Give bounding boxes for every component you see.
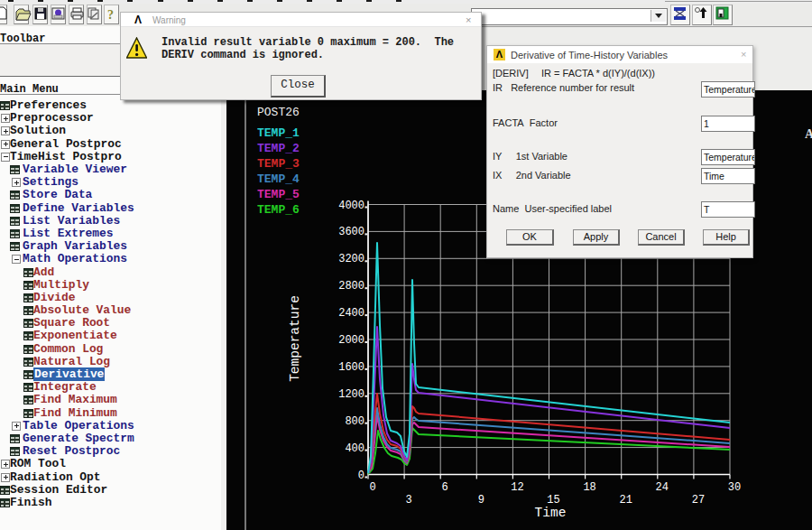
svg-text:800: 800 — [345, 415, 364, 428]
svg-text:TEMP_1: TEMP_1 — [257, 126, 300, 140]
svg-text:1200: 1200 — [338, 388, 364, 401]
svg-text:3200: 3200 — [338, 253, 364, 265]
svg-text:3: 3 — [405, 494, 411, 507]
svg-text:3600: 3600 — [338, 226, 364, 238]
svg-text:1600: 1600 — [338, 361, 364, 374]
svg-text:TEMP_2: TEMP_2 — [257, 142, 300, 155]
svg-text:9: 9 — [478, 494, 484, 507]
svg-text:21: 21 — [619, 494, 632, 507]
svg-text:POST26: POST26 — [257, 106, 300, 119]
svg-text:TEMP_4: TEMP_4 — [257, 172, 300, 186]
svg-text:0: 0 — [358, 470, 364, 482]
svg-text:6: 6 — [442, 481, 448, 494]
svg-text:30: 30 — [728, 481, 741, 494]
svg-text:2800: 2800 — [338, 280, 364, 293]
svg-text:2400: 2400 — [338, 307, 364, 320]
svg-text:4000: 4000 — [338, 200, 364, 212]
svg-text:18: 18 — [583, 481, 595, 494]
svg-text:TEMP_5: TEMP_5 — [257, 188, 300, 201]
svg-text:400: 400 — [345, 442, 364, 455]
svg-text:0: 0 — [369, 481, 375, 494]
svg-text:TEMP_6: TEMP_6 — [257, 203, 300, 217]
svg-text:27: 27 — [692, 494, 705, 507]
svg-text:Temperature: Temperature — [288, 295, 302, 382]
svg-text:A: A — [805, 127, 812, 141]
svg-text:12: 12 — [511, 481, 523, 494]
svg-text:15: 15 — [547, 494, 559, 507]
svg-text:TEMP_3: TEMP_3 — [257, 157, 300, 171]
svg-text:Time: Time — [535, 506, 567, 520]
svg-text:24: 24 — [656, 481, 669, 494]
svg-text:2000: 2000 — [338, 334, 364, 347]
